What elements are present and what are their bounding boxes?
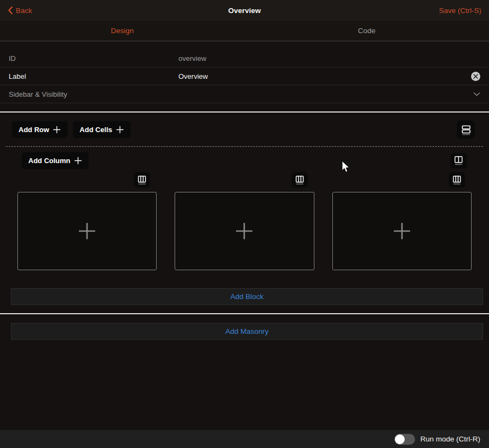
toggle-knob	[395, 434, 405, 444]
save-button[interactable]: Save (Ctrl-S)	[439, 7, 481, 15]
label-field-label: Label	[9, 72, 178, 80]
plus-icon	[116, 126, 124, 134]
column-toolbar: Add Column	[0, 147, 489, 169]
cell-column-2	[175, 172, 314, 270]
row-toolbar: Add Row Add Cells	[0, 113, 489, 146]
footer-bar: Run mode (Ctrl-R)	[0, 430, 489, 448]
three-columns-icon	[137, 175, 147, 185]
tab-code[interactable]: Code	[245, 21, 489, 41]
empty-cell-add-target[interactable]	[332, 192, 472, 270]
clear-field-icon[interactable]	[471, 72, 480, 81]
sidebar-visibility-label: Sidebar & Visibility	[9, 90, 178, 98]
plus-icon	[393, 222, 411, 240]
add-cells-button[interactable]: Add Cells	[73, 121, 131, 138]
three-columns-icon	[452, 175, 462, 185]
form-row-sidebar-visibility[interactable]: Sidebar & Visibility	[0, 85, 489, 103]
plus-icon	[235, 222, 253, 240]
add-cells-label: Add Cells	[79, 126, 112, 134]
cell-columns-button[interactable]	[134, 172, 150, 188]
stacked-rows-icon	[461, 125, 472, 135]
add-column-button[interactable]: Add Column	[22, 152, 89, 169]
form-row-id[interactable]: ID overview	[0, 49, 489, 67]
tab-design[interactable]: Design	[0, 21, 245, 41]
topbar: Back Overview Save (Ctrl-S)	[0, 0, 489, 21]
cells-area	[17, 172, 472, 270]
id-field-label: ID	[9, 54, 178, 63]
cell-columns-button[interactable]	[449, 172, 465, 188]
empty-cell-add-target[interactable]	[17, 192, 157, 270]
form-row-label[interactable]: Label Overview	[0, 67, 489, 85]
add-row-button[interactable]: Add Row	[12, 121, 67, 138]
back-button[interactable]: Back	[8, 7, 32, 15]
run-mode-label: Run mode (Ctrl-R)	[420, 435, 480, 443]
back-label: Back	[16, 7, 32, 15]
id-field-value[interactable]: overview	[178, 54, 480, 63]
run-mode-toggle[interactable]	[394, 434, 415, 445]
plus-icon	[78, 222, 96, 240]
add-masonry-button[interactable]: Add Masonry	[11, 323, 483, 340]
cell-columns-button[interactable]	[292, 172, 308, 188]
column-layout-button[interactable]	[450, 153, 467, 169]
add-column-label: Add Column	[28, 157, 70, 165]
page-title: Overview	[0, 7, 489, 15]
add-row-label: Add Row	[18, 126, 49, 134]
cell-column-3	[332, 172, 472, 270]
section-divider	[0, 313, 489, 314]
empty-cell-add-target[interactable]	[175, 192, 314, 270]
two-columns-icon	[454, 155, 463, 166]
label-field-value[interactable]: Overview	[178, 72, 471, 80]
add-block-button[interactable]: Add Block	[11, 288, 483, 305]
chevron-down-icon[interactable]	[473, 92, 480, 96]
row-layout-button[interactable]	[457, 121, 475, 139]
plus-icon	[74, 157, 82, 165]
chevron-left-icon	[8, 7, 13, 14]
plus-icon	[53, 126, 61, 134]
three-columns-icon	[295, 175, 305, 185]
tabbar: Design Code	[0, 21, 489, 41]
properties-form: ID overview Label Overview Sidebar & Vis…	[0, 41, 489, 103]
cell-column-1	[17, 172, 157, 270]
